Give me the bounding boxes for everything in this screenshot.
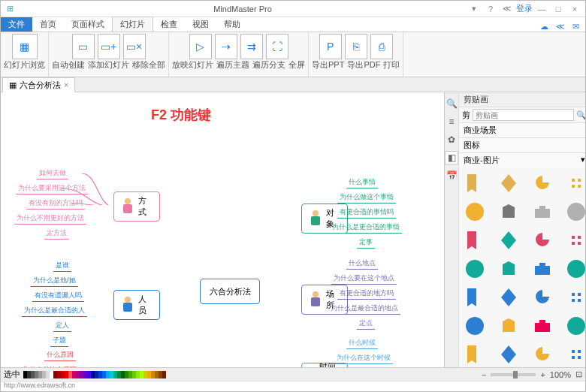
leaf-node[interactable]: 为什么是最合适的人 <box>22 305 87 317</box>
clipart-item[interactable] <box>563 170 585 196</box>
center-node[interactable]: 六合分析法 <box>200 279 260 304</box>
fullscreen-button[interactable]: ⛶ <box>266 34 288 59</box>
tab-view[interactable]: 视图 <box>185 17 216 32</box>
export-pdf-button[interactable]: ⎘ <box>345 34 367 59</box>
leaf-node[interactable]: 为什么在这个时候 <box>334 352 393 364</box>
category-row[interactable]: 图标× <box>459 137 585 152</box>
leaf-node[interactable]: 什么地点 <box>346 258 378 270</box>
category-row[interactable]: 商业场景× <box>459 122 585 137</box>
leaf-node[interactable]: 有没有别的方法吗 <box>26 198 85 210</box>
remove-all-button[interactable]: ▭× <box>123 34 146 59</box>
clipart-item[interactable] <box>530 342 555 367</box>
down-icon[interactable]: ▾ <box>467 2 482 16</box>
clipart-item[interactable] <box>563 342 585 367</box>
canvas[interactable]: F2 功能键 六合分析法 ↖ 方式如何去做为什么要采用这个方法有没有别的方法吗为… <box>1 92 444 367</box>
clipart-item[interactable] <box>496 342 521 367</box>
fit-icon[interactable]: ⊡ <box>575 369 582 379</box>
zoom-in-icon[interactable]: + <box>540 370 545 379</box>
leaf-node[interactable]: 什么事情 <box>346 176 378 188</box>
leaf-node[interactable]: 有更合适的地方吗 <box>337 288 396 300</box>
close-tab-icon[interactable]: × <box>64 80 68 89</box>
login-button[interactable]: 登录 <box>516 2 533 16</box>
clipart-item[interactable] <box>530 228 555 253</box>
clipart-item[interactable] <box>563 313 585 339</box>
rail-clipart-icon[interactable]: ◧ <box>445 151 458 164</box>
category-row[interactable]: 商业-图片▾ × <box>459 152 585 167</box>
clipart-item[interactable] <box>530 285 555 310</box>
leaf-node[interactable]: 为什么是更合适的事情 <box>330 222 402 234</box>
clipart-item[interactable] <box>496 170 521 196</box>
clipart-item[interactable] <box>530 313 555 339</box>
leaf-node[interactable]: 定点 <box>357 318 375 330</box>
leaf-node[interactable]: 定人 <box>53 320 71 332</box>
leaf-node[interactable]: 为什么要采用这个方法 <box>16 182 88 194</box>
play-slide-button[interactable]: ▷ <box>189 34 212 59</box>
slide-browse-button[interactable]: ▦ <box>12 34 38 59</box>
clipart-item[interactable] <box>496 199 521 225</box>
clipart-item[interactable] <box>530 199 555 225</box>
clipart-item[interactable] <box>530 170 555 196</box>
clipart-item[interactable] <box>462 199 488 225</box>
branch-node[interactable]: 人员 <box>113 290 160 320</box>
add-slide-button[interactable]: ▭+ <box>98 34 120 59</box>
share2-icon[interactable]: ≪ <box>556 22 565 32</box>
clipart-item[interactable] <box>530 256 555 282</box>
clipart-item[interactable] <box>563 228 585 253</box>
clipart-item[interactable] <box>496 228 521 253</box>
footer-link[interactable]: http://www.edrawsoft.cn <box>1 381 585 391</box>
clipart-item[interactable] <box>496 256 521 282</box>
leaf-node[interactable]: 子题 <box>50 335 68 347</box>
gear-icon[interactable]: ✉ <box>572 22 579 32</box>
clipart-search-input[interactable] <box>473 109 574 121</box>
leaf-node[interactable]: 定方法 <box>44 228 69 240</box>
clipart-item[interactable] <box>462 170 488 196</box>
leaf-node[interactable]: 为什么要在这个地点 <box>331 273 397 285</box>
clipart-item[interactable] <box>563 256 585 282</box>
rail-calendar-icon[interactable]: 📅 <box>445 169 458 182</box>
maximize-button[interactable]: □ <box>551 2 566 16</box>
clipart-item[interactable] <box>462 313 488 339</box>
leaf-node[interactable]: 为什么是最合适的地点 <box>328 303 400 315</box>
search-go-icon[interactable]: 🔍 <box>576 110 585 120</box>
leaf-node[interactable]: 有更合适的事情吗 <box>337 207 396 219</box>
tab-home[interactable]: 首页 <box>32 17 64 32</box>
close-button[interactable]: × <box>567 2 582 16</box>
tab-slides[interactable]: 幻灯片 <box>112 17 153 32</box>
clipart-item[interactable] <box>496 285 521 310</box>
clipart-item[interactable] <box>462 342 488 367</box>
tab-file[interactable]: 文件 <box>1 17 32 32</box>
zoom-slider[interactable] <box>491 373 536 376</box>
leaf-node[interactable]: 定事 <box>357 237 375 249</box>
auto-create-button[interactable]: ▭ <box>72 34 95 59</box>
leaf-node[interactable]: 为什么不用更好的方法 <box>14 213 86 225</box>
rail-search-icon[interactable]: 🔍 <box>445 97 458 110</box>
document-tab[interactable]: ▦ 六合分析法 × <box>2 77 75 92</box>
leaf-node[interactable]: 什么时候 <box>346 337 378 349</box>
clipart-item[interactable] <box>563 199 585 225</box>
cloud-icon[interactable]: ☁ <box>540 22 548 32</box>
leaf-node[interactable]: 如何去做 <box>37 167 68 179</box>
tab-review[interactable]: 检查 <box>153 17 185 32</box>
leaf-node[interactable]: 为什么是他/她 <box>31 275 78 287</box>
rail-star-icon[interactable]: ✿ <box>445 133 458 146</box>
help-icon[interactable]: ? <box>483 2 498 16</box>
traverse-topic-button[interactable]: ⇢ <box>215 34 237 59</box>
export-ppt-button[interactable]: P <box>319 34 342 59</box>
swatch[interactable] <box>162 371 166 378</box>
clipart-item[interactable] <box>462 228 488 253</box>
print-button[interactable]: ⎙ <box>370 34 393 59</box>
share-icon[interactable]: ≪ <box>500 2 515 16</box>
clipart-item[interactable] <box>462 285 488 310</box>
clipart-item[interactable] <box>496 313 521 339</box>
traverse-branch-button[interactable]: ⇉ <box>240 34 263 59</box>
branch-node[interactable]: 方式 <box>113 191 160 222</box>
tab-help[interactable]: 帮助 <box>216 17 248 32</box>
minimize-button[interactable]: — <box>534 2 549 16</box>
rail-list-icon[interactable]: ≡ <box>445 115 458 128</box>
leaf-node[interactable]: 是谁 <box>53 260 71 272</box>
leaf-node[interactable]: 什么原因 <box>44 349 76 361</box>
leaf-node[interactable]: 为什么做这个事情 <box>337 191 396 204</box>
tab-pagestyle[interactable]: 页面样式 <box>64 17 112 32</box>
leaf-node[interactable]: 为什么是这个原因 <box>20 364 79 367</box>
color-swatches[interactable] <box>23 371 166 378</box>
